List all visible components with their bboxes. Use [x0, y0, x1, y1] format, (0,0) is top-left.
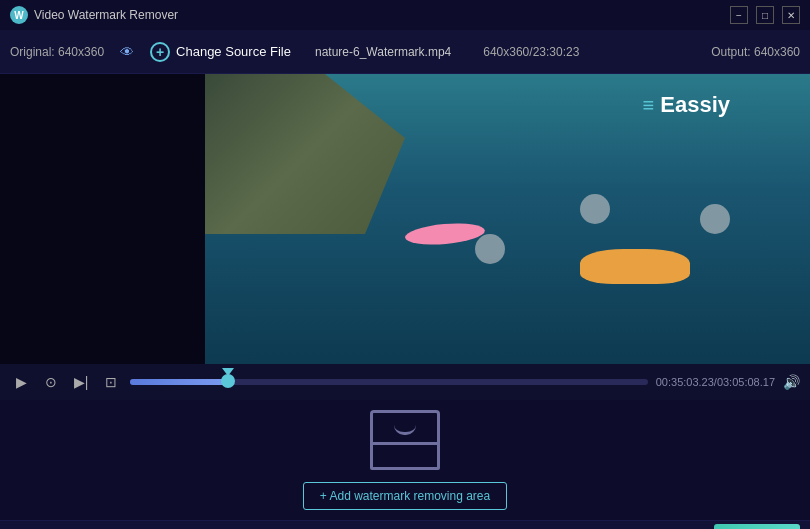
swimmer-3-decoration — [700, 204, 730, 234]
swimmer-1-decoration — [580, 194, 610, 224]
title-bar: W Video Watermark Remover − □ ✕ — [0, 0, 810, 30]
change-source-button[interactable]: + Change Source File — [150, 42, 291, 62]
add-watermark-button[interactable]: + Add watermark removing area — [303, 482, 507, 510]
step-forward-button[interactable]: ▶| — [70, 371, 92, 393]
add-source-icon: + — [150, 42, 170, 62]
tray-bottom — [370, 442, 440, 470]
export-button[interactable]: Export — [714, 524, 800, 530]
progress-handle[interactable] — [221, 374, 235, 388]
eassiy-logo-icon: ≡ — [643, 94, 655, 117]
tray-icon — [370, 410, 440, 470]
minimize-button[interactable]: − — [730, 6, 748, 24]
titlebar-controls[interactable]: − □ ✕ — [730, 6, 800, 24]
titlebar-left: W Video Watermark Remover — [10, 6, 178, 24]
video-frame: ≡ Eassiy — [205, 74, 810, 364]
file-name-label: nature-6_Watermark.mp4 — [315, 45, 451, 59]
left-panel — [0, 74, 205, 364]
output-resolution-label: Output: 640x360 — [711, 45, 800, 59]
main-area: ≡ Eassiy — [0, 74, 810, 364]
bottom-bar: Output: nature-6_Wate...Watermark.mp4 ✎ … — [0, 520, 810, 529]
app-title: Video Watermark Remover — [34, 8, 178, 22]
top-bar: Original: 640x360 👁 + Change Source File… — [0, 30, 810, 74]
orange-float-decoration — [580, 249, 690, 284]
eassiy-logo-text: Eassiy — [660, 92, 730, 118]
file-timestamp-label: 640x360/23:30:23 — [483, 45, 579, 59]
tray-top — [370, 410, 440, 445]
video-preview-area: ≡ Eassiy — [205, 74, 810, 364]
eassiy-logo-overlay: ≡ Eassiy — [643, 92, 730, 118]
app-logo: W — [10, 6, 28, 24]
rock-decoration — [205, 74, 405, 234]
stop-button[interactable]: ⊙ — [40, 371, 62, 393]
tray-notch — [394, 421, 416, 435]
pink-float-decoration — [404, 221, 485, 248]
trim-button[interactable]: ⊡ — [100, 371, 122, 393]
player-controls-bar: ▶ ⊙ ▶| ⊡ 00:35:03.23/03:05:08.17 🔊 — [0, 364, 810, 400]
play-button[interactable]: ▶ — [10, 371, 32, 393]
progress-bar[interactable] — [130, 379, 648, 385]
swimmer-2-decoration — [475, 234, 505, 264]
maximize-button[interactable]: □ — [756, 6, 774, 24]
close-button[interactable]: ✕ — [782, 6, 800, 24]
watermark-section: + Add watermark removing area — [0, 400, 810, 520]
change-source-label: Change Source File — [176, 44, 291, 59]
volume-button[interactable]: 🔊 — [783, 374, 800, 390]
original-resolution-label: Original: 640x360 — [10, 45, 104, 59]
time-display: 00:35:03.23/03:05:08.17 — [656, 376, 775, 388]
eye-button[interactable]: 👁 — [120, 44, 134, 60]
progress-fill — [130, 379, 228, 385]
